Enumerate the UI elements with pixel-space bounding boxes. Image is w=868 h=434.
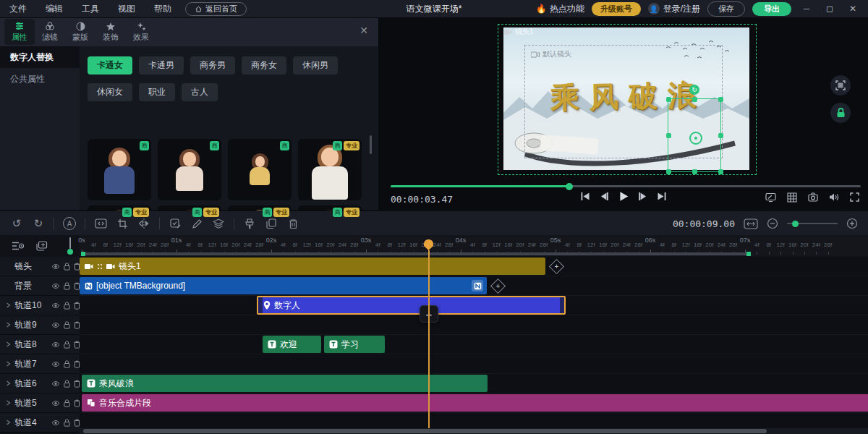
category-chip-职业[interactable]: 职业 bbox=[139, 83, 175, 101]
clip-数字人[interactable]: 数字人 bbox=[257, 296, 566, 315]
code-view-button[interactable] bbox=[90, 218, 111, 229]
edit-pencil-button[interactable] bbox=[186, 218, 208, 229]
export-button[interactable]: 导出 bbox=[752, 2, 791, 16]
menu-item-0[interactable]: 文件 bbox=[0, 3, 36, 15]
clip-[object TMBackground][interactable]: [object TMBackground] bbox=[80, 277, 487, 294]
delete-button[interactable] bbox=[282, 218, 304, 229]
eye-icon[interactable] bbox=[51, 321, 60, 329]
eye-icon[interactable] bbox=[51, 341, 60, 349]
track-header-轨道10[interactable]: 轨道10 bbox=[0, 296, 85, 315]
tab-蒙版[interactable]: 蒙版 bbox=[65, 19, 95, 45]
menu-item-1[interactable]: 编辑 bbox=[36, 3, 72, 15]
track-header-轨道9[interactable]: 轨道9 bbox=[0, 315, 85, 335]
workarea-bar[interactable] bbox=[82, 252, 750, 255]
preview-progress-bar[interactable] bbox=[391, 185, 861, 187]
track-lane-轨道10[interactable]: 数字人 bbox=[80, 296, 868, 315]
category-chip-卡通女[interactable]: 卡通女 bbox=[88, 56, 132, 75]
clip-音乐合成片段[interactable]: 音乐合成片段 bbox=[82, 394, 868, 412]
home-button[interactable]: 返回首页 bbox=[185, 2, 247, 16]
prev-frame-button[interactable] bbox=[599, 192, 608, 201]
eye-icon[interactable] bbox=[51, 419, 60, 427]
avatar-card-3[interactable]: 商 bbox=[228, 139, 292, 200]
origin-marker-dot[interactable] bbox=[67, 249, 73, 255]
eye-icon[interactable] bbox=[51, 360, 60, 368]
add-track-icon[interactable] bbox=[36, 241, 48, 251]
track-lane-轨道6[interactable]: 乘风破浪 bbox=[80, 374, 868, 393]
zoom-in-button[interactable] bbox=[846, 218, 858, 229]
track-header-背景[interactable]: 背景 bbox=[0, 276, 85, 296]
selection-handle[interactable] bbox=[718, 97, 723, 102]
maximize-button[interactable]: ◻ bbox=[822, 4, 838, 14]
category-chip-商务女[interactable]: 商务女 bbox=[242, 56, 286, 75]
tab-效果[interactable]: 效果 bbox=[126, 19, 156, 45]
category-chip-休闲女[interactable]: 休闲女 bbox=[88, 83, 132, 101]
clip-欢迎[interactable]: 欢迎 bbox=[263, 336, 321, 353]
track-header-轨道5[interactable]: 轨道5 bbox=[0, 393, 85, 413]
lock-icon[interactable] bbox=[64, 360, 70, 368]
category-chip-休闲男[interactable]: 休闲男 bbox=[293, 56, 338, 75]
layers-button[interactable] bbox=[208, 218, 229, 229]
menu-item-3[interactable]: 视图 bbox=[109, 3, 145, 15]
tab-属性[interactable]: 属性 bbox=[4, 19, 35, 45]
lock-icon[interactable] bbox=[64, 263, 70, 271]
track-lane-背景[interactable]: [object TMBackground]+ bbox=[80, 276, 868, 296]
track-header-镜头[interactable]: 镜头 bbox=[0, 257, 85, 276]
eye-icon[interactable] bbox=[51, 302, 60, 310]
selection-handle[interactable] bbox=[718, 169, 723, 174]
avatar-card-2[interactable]: 商 bbox=[158, 139, 221, 200]
lock-icon[interactable] bbox=[64, 302, 70, 310]
lock-icon[interactable] bbox=[64, 419, 70, 427]
workarea-start-marker[interactable] bbox=[81, 252, 85, 256]
sidebar-item-1[interactable]: 公共属性 bbox=[0, 68, 80, 90]
sidebar-item-0[interactable]: 数字人替换 bbox=[0, 46, 80, 68]
track-lane-轨道5[interactable]: 音乐合成片段 bbox=[80, 393, 868, 413]
minimize-button[interactable]: ─ bbox=[799, 4, 814, 14]
selection-handle[interactable] bbox=[666, 133, 671, 138]
lock-icon[interactable] bbox=[64, 399, 70, 407]
chevron-right-icon[interactable] bbox=[6, 380, 12, 386]
zoom-out-button[interactable] bbox=[767, 218, 778, 229]
track-manager-icon[interactable] bbox=[12, 241, 25, 251]
eye-icon[interactable] bbox=[51, 282, 60, 290]
lock-icon[interactable] bbox=[64, 282, 70, 290]
category-chip-卡通男[interactable]: 卡通男 bbox=[139, 56, 184, 75]
close-window-button[interactable]: ✕ bbox=[845, 4, 861, 14]
eye-icon[interactable] bbox=[51, 380, 60, 388]
zoom-slider-handle[interactable] bbox=[792, 221, 799, 227]
selection-handle[interactable] bbox=[692, 97, 697, 102]
chevron-right-icon[interactable] bbox=[6, 341, 12, 347]
fullscreen-button[interactable] bbox=[850, 192, 859, 202]
snapshot-button[interactable] bbox=[808, 192, 818, 202]
grid-button[interactable] bbox=[787, 192, 797, 203]
selection-handle[interactable] bbox=[666, 169, 671, 174]
clip-学习[interactable]: 学习 bbox=[324, 336, 385, 353]
display-mode-button[interactable] bbox=[765, 192, 776, 203]
login-button[interactable]: 👤 登录/注册 bbox=[648, 3, 700, 15]
volume-button[interactable] bbox=[829, 192, 839, 202]
category-chip-商务男[interactable]: 商务男 bbox=[190, 56, 235, 75]
track-header-轨道8[interactable]: 轨道8 bbox=[0, 335, 85, 354]
lock-button[interactable] bbox=[830, 103, 851, 123]
track-lane-镜头[interactable]: 镜头1+ bbox=[80, 257, 868, 276]
track-header-轨道6[interactable]: 轨道6 bbox=[0, 374, 85, 393]
keyframe-button[interactable]: A bbox=[59, 217, 80, 230]
avatar-selection-box[interactable]: ↻ bbox=[668, 98, 721, 172]
frame-fit-button[interactable] bbox=[830, 75, 851, 95]
avatar-card-1[interactable]: 商 bbox=[88, 139, 151, 200]
track-lane-轨道9[interactable] bbox=[80, 315, 868, 335]
undo-button[interactable]: ↺ bbox=[6, 217, 27, 230]
chevron-right-icon[interactable] bbox=[6, 361, 12, 367]
add-keyframe-diamond[interactable]: + bbox=[549, 259, 564, 274]
rotate-handle[interactable]: ↻ bbox=[689, 85, 699, 95]
skip-start-button[interactable] bbox=[580, 192, 590, 201]
workarea-end-marker[interactable] bbox=[746, 252, 751, 256]
mirror-button[interactable] bbox=[133, 218, 155, 229]
chevron-right-icon[interactable] bbox=[6, 302, 12, 308]
chevron-right-icon[interactable] bbox=[6, 322, 12, 328]
track-header-轨道4[interactable]: 轨道4 bbox=[0, 413, 85, 433]
eye-icon[interactable] bbox=[51, 263, 60, 271]
track-lane-轨道8[interactable]: 欢迎学习 bbox=[80, 335, 868, 354]
progress-handle[interactable] bbox=[566, 183, 573, 190]
eye-icon[interactable] bbox=[51, 399, 60, 407]
avatar-card-4[interactable]: 商专业 bbox=[298, 139, 362, 200]
